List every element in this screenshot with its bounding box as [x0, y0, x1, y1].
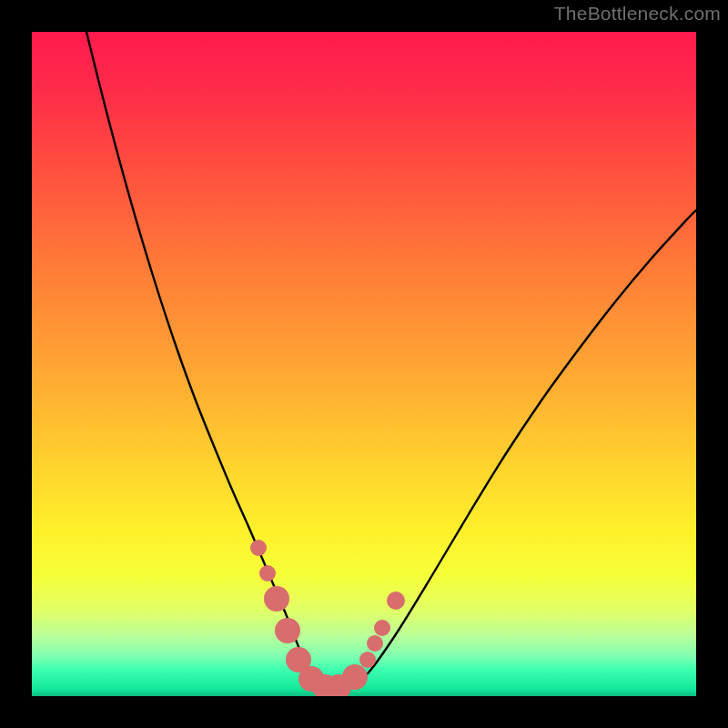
- plot-area: [32, 32, 696, 696]
- watermark-text: TheBottleneck.com: [554, 3, 721, 25]
- chart-frame: TheBottleneck.com: [0, 0, 728, 728]
- gradient-background: [32, 32, 696, 696]
